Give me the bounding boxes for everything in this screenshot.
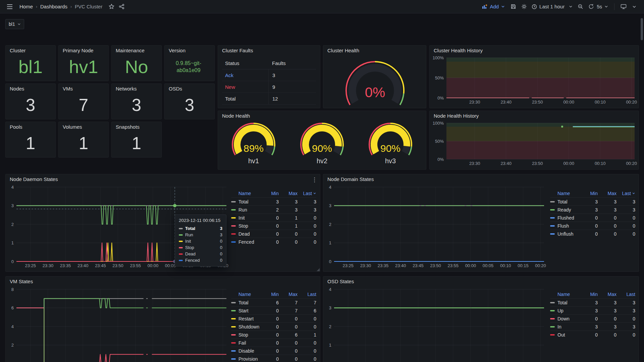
- legend-value: 0: [298, 316, 316, 321]
- legend-item-total[interactable]: Total677: [231, 298, 316, 306]
- faults-table: Status Faults Ack3New9Total12: [222, 57, 316, 105]
- legend-item-start[interactable]: Start076: [231, 306, 316, 314]
- legend-item-provision[interactable]: Provision000: [231, 355, 316, 362]
- scrollbar-thumb[interactable]: [641, 18, 643, 40]
- legend-value: 1: [298, 332, 316, 338]
- legend-sort-min[interactable]: Min: [579, 191, 598, 196]
- legend-value: 7: [279, 300, 298, 305]
- legend-sort-min[interactable]: Min: [260, 191, 279, 196]
- breadcrumb-dashboards[interactable]: Dashboards: [40, 4, 68, 9]
- svg-text:00:00: 00:00: [148, 263, 159, 268]
- series-swatch: [179, 253, 183, 255]
- stat-value: No: [114, 55, 159, 79]
- osd-states-chart[interactable]: 0123423:2523:3023:3523:4023:4523:5023:55…: [325, 287, 547, 362]
- vm-states-chart[interactable]: 0246823:2523:3023:3523:4023:4523:5023:55…: [8, 287, 229, 362]
- legend-sort-min[interactable]: Min: [579, 292, 598, 297]
- legend-item-total[interactable]: Total333: [550, 197, 635, 205]
- node-domain-states-legend: NameMinMaxLastTotal333Ready333Flushed000…: [550, 189, 635, 238]
- refresh-icon[interactable]: [586, 2, 596, 12]
- star-icon[interactable]: [106, 2, 116, 12]
- legend-sort-last[interactable]: Last: [616, 191, 635, 196]
- legend-sort-max[interactable]: Max: [598, 191, 616, 196]
- time-range-picker[interactable]: Last 1 hour: [530, 4, 575, 9]
- legend-item-down[interactable]: Down000: [550, 314, 635, 322]
- legend-value: 0: [616, 316, 635, 321]
- node-health-history-chart[interactable]: 0%50%100%23:3023:4023:5000:0000:1000:20: [432, 120, 637, 167]
- legend-value: 0: [279, 239, 298, 245]
- legend-item-disable[interactable]: Disable000: [231, 347, 316, 355]
- legend-item-stop[interactable]: Stop061: [231, 330, 316, 339]
- legend-item-shutdown[interactable]: Shutdown000: [231, 322, 316, 330]
- legend-item-total[interactable]: Total333: [550, 298, 635, 306]
- series-swatch: [550, 310, 555, 311]
- legend-value: 0: [260, 324, 279, 329]
- series-swatch: [550, 217, 555, 219]
- legend-sort-last[interactable]: Last: [298, 191, 316, 196]
- settings-gear-icon[interactable]: [519, 2, 529, 12]
- navbar-overflow-chevron-icon[interactable]: [629, 2, 639, 12]
- legend-item-fenced[interactable]: Fenced000: [231, 238, 316, 246]
- legend-item-stop[interactable]: Stop010: [231, 222, 316, 230]
- chart-canvas[interactable]: 0246823:2523:3023:3523:4023:4523:5023:55…: [8, 287, 229, 362]
- series-swatch: [231, 326, 236, 327]
- panel-resize-handle[interactable]: [317, 268, 320, 271]
- vm-states-legend: NameMinMaxLastTotal677Start076Restart000…: [231, 290, 316, 362]
- legend-sort-min[interactable]: Min: [260, 292, 279, 297]
- series-swatch: [231, 217, 236, 219]
- top-navbar: Home › Dashboards › PVC Cluster Add: [0, 0, 644, 13]
- tooltip-row-fenced: Fenced0: [179, 257, 222, 263]
- legend-item-flush[interactable]: Flush000: [550, 222, 635, 230]
- legend-sort-max[interactable]: Max: [598, 292, 616, 297]
- legend-item-total[interactable]: Total333: [231, 197, 316, 205]
- tv-mode-icon[interactable]: [619, 2, 629, 12]
- svg-text:23:55: 23:55: [130, 263, 141, 268]
- node-domain-states-chart[interactable]: 0123423:2523:3023:3523:4023:4523:5023:55…: [325, 184, 547, 269]
- variable-dropdown-cluster[interactable]: bl1: [5, 19, 24, 29]
- svg-text:90%: 90%: [380, 143, 400, 154]
- legend-item-ready[interactable]: Ready333: [550, 205, 635, 214]
- legend-item-init[interactable]: Init010: [231, 214, 316, 222]
- stat-value: 3: [8, 93, 53, 117]
- series-swatch: [231, 334, 236, 336]
- legend-item-flushed[interactable]: Flushed000: [550, 214, 635, 222]
- legend-value: 7: [298, 300, 316, 305]
- panel-menu-icon[interactable]: ⋮: [312, 176, 317, 183]
- legend-value: 3: [616, 207, 635, 213]
- breadcrumb-home[interactable]: Home: [19, 4, 34, 9]
- legend-value: 3: [298, 199, 316, 204]
- faults-row-new: New9: [222, 81, 316, 93]
- legend-item-dead[interactable]: Dead000: [231, 230, 316, 238]
- chart-canvas[interactable]: 0123423:2523:3023:3523:4023:4523:5023:55…: [325, 184, 547, 269]
- svg-text:1: 1: [329, 240, 331, 245]
- faults-row-ack: Ack3: [222, 69, 316, 81]
- cluster-health-history-chart[interactable]: 0%50%100%23:3023:4023:5000:0000:1000:20: [432, 55, 637, 106]
- svg-text:0: 0: [11, 259, 14, 264]
- share-icon[interactable]: [116, 2, 126, 12]
- zoom-out-icon[interactable]: [575, 2, 585, 12]
- legend-item-restart[interactable]: Restart000: [231, 314, 316, 322]
- legend-value: 0: [579, 223, 598, 229]
- legend-item-in[interactable]: In333: [550, 322, 635, 330]
- legend-value: 3: [598, 308, 616, 313]
- svg-text:00:20: 00:20: [626, 100, 637, 105]
- chart-canvas[interactable]: 0%50%100%23:3023:4023:5000:0000:1000:20: [432, 55, 637, 106]
- legend-item-unflush[interactable]: Unflush000: [550, 230, 635, 238]
- legend-item-up[interactable]: Up333: [550, 306, 635, 314]
- legend-sort-last[interactable]: Last: [616, 292, 635, 297]
- panel-stat-maintenance: Maintenance No: [111, 45, 162, 81]
- legend-item-out[interactable]: Out000: [550, 330, 635, 339]
- panel-title: Volumes: [59, 122, 100, 132]
- chart-canvas[interactable]: 0%50%100%23:3023:4023:5000:0000:1000:20: [432, 120, 637, 167]
- legend-sort-max[interactable]: Max: [279, 292, 298, 297]
- svg-text:23:50: 23:50: [112, 263, 123, 268]
- refresh-interval-picker[interactable]: 5s: [597, 4, 610, 9]
- legend-sort-last[interactable]: Last: [298, 292, 316, 297]
- add-panel-button[interactable]: Add: [479, 4, 507, 9]
- legend-item-run[interactable]: Run233: [231, 205, 316, 214]
- legend-item-fail[interactable]: Fail000: [231, 339, 316, 347]
- save-dashboard-icon[interactable]: [508, 2, 518, 12]
- svg-text:00:00: 00:00: [563, 161, 574, 166]
- chart-canvas[interactable]: 0123423:2523:3023:3523:4023:4523:5023:55…: [325, 287, 547, 362]
- menu-icon[interactable]: [5, 2, 15, 12]
- legend-sort-max[interactable]: Max: [279, 191, 298, 196]
